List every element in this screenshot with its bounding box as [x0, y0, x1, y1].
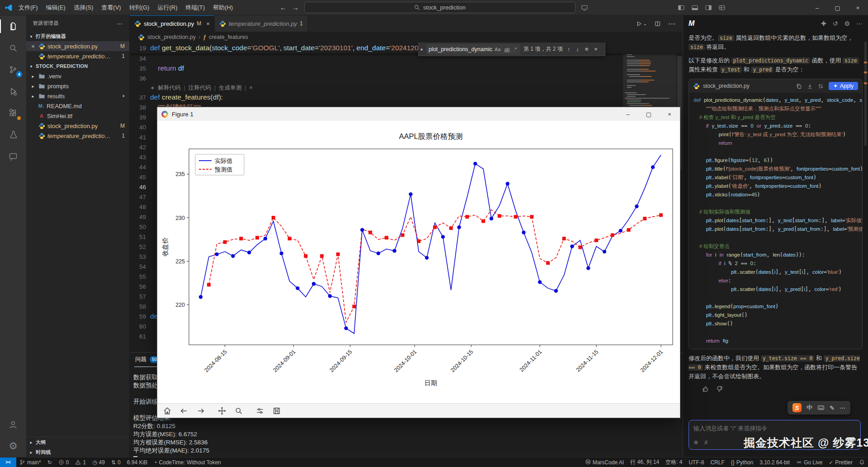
close-icon[interactable]: ×: [30, 43, 36, 50]
toggle-panel-icon[interactable]: [691, 4, 698, 11]
status-codetime[interactable]: ◔CodeTime: Without Token: [151, 457, 224, 467]
figure-minimize-icon[interactable]: –: [618, 107, 638, 121]
status-time-counter[interactable]: ◷49: [89, 457, 108, 467]
apply-button[interactable]: ✦Apply: [829, 82, 858, 90]
whole-word-icon[interactable]: ab: [503, 47, 511, 52]
pan-icon[interactable]: [217, 406, 226, 415]
pen-icon[interactable]: ✎: [830, 405, 835, 411]
close-icon[interactable]: ×: [206, 20, 210, 27]
status-warnings[interactable]: 1: [72, 457, 89, 467]
sidebar-item-run-debug[interactable]: [0, 81, 26, 102]
status-go-live[interactable]: Go Live: [793, 457, 826, 467]
account-button[interactable]: [0, 414, 26, 435]
status-ports[interactable]: ⇅0: [108, 457, 124, 467]
menu-编辑[interactable]: 编辑(E): [42, 0, 70, 15]
command-center-search[interactable]: stock_prediction: [304, 2, 576, 13]
open-editors-header[interactable]: ▾ 打开的编辑器: [26, 31, 129, 41]
run-button[interactable]: ⌄: [636, 20, 647, 27]
tree-item-SimHei.ttf[interactable]: ASimHei.ttf: [26, 111, 129, 121]
sogou-logo[interactable]: S: [793, 403, 802, 412]
close-icon[interactable]: ×: [848, 0, 868, 15]
tab-temperature_prediction.py[interactable]: temperature_prediction.py1: [215, 15, 308, 32]
toggle-replace-icon[interactable]: ▸: [421, 47, 423, 52]
editor-more-icon[interactable]: ⋯: [668, 19, 675, 28]
status-remote-indicator[interactable]: ><: [0, 457, 16, 467]
chart[interactable]: AAPL股票价格预测2202252302352024-08-152024-09-…: [157, 121, 680, 403]
skill-icon[interactable]: ※: [693, 439, 698, 446]
find-in-selection-icon[interactable]: ≡: [584, 46, 590, 52]
status-language-mode[interactable]: {}Python: [728, 457, 756, 467]
sidebar-item-marscode[interactable]: [0, 146, 26, 167]
code-line[interactable]: 35 return df: [130, 63, 683, 73]
figure-titlebar[interactable]: Figure 1 – ▢ ×: [157, 107, 680, 121]
tree-item-.venv[interactable]: ▸.venv: [26, 71, 129, 81]
subplots-icon[interactable]: [255, 406, 264, 415]
menu-查看[interactable]: 查看(V): [97, 0, 125, 15]
codelens-link[interactable]: 解释代码: [158, 84, 180, 92]
sidebar-item-search[interactable]: [0, 37, 26, 59]
sidebar-section-大纲[interactable]: ▸大纲: [26, 437, 129, 447]
copy-icon[interactable]: [796, 83, 802, 89]
toggle-sidebar-icon[interactable]: [678, 4, 685, 11]
keyboard-icon[interactable]: [817, 404, 825, 411]
breadcrumb-symbol[interactable]: create_features: [209, 34, 248, 40]
split-editor-icon[interactable]: [654, 20, 661, 27]
status-encoding[interactable]: UTF-8: [685, 457, 707, 467]
breadcrumb-file[interactable]: stock_prediction.py: [147, 34, 196, 40]
find-close-icon[interactable]: ×: [593, 46, 599, 52]
save-icon[interactable]: [272, 406, 281, 415]
find-next-icon[interactable]: ↓: [575, 46, 580, 52]
status-marscode-ai[interactable]: ⓂMarsCode AI: [582, 457, 627, 467]
back-icon[interactable]: [179, 406, 189, 415]
thumbs-up-icon[interactable]: [702, 386, 709, 392]
history-back-icon[interactable]: ←: [280, 4, 287, 11]
workspace-root-header[interactable]: ▾ STOCK_PREDICTION: [26, 61, 129, 71]
settings-gear-icon[interactable]: ⚙: [844, 20, 850, 27]
status-cursor-position[interactable]: 行 46, 列 14: [627, 457, 662, 467]
tree-item-temperature_prediction.py[interactable]: temperature_prediction.py1: [26, 131, 129, 141]
menu-帮助[interactable]: 帮助(H): [209, 0, 237, 15]
figure-canvas[interactable]: AAPL股票价格预测2202252302352024-08-152024-09-…: [157, 121, 680, 403]
figure-close-icon[interactable]: ×: [659, 107, 680, 121]
customize-layout-icon[interactable]: [718, 4, 726, 11]
codelens-link[interactable]: 生成单测: [219, 84, 241, 92]
find-input[interactable]: plot_predictions_dynamic Aa ab .*: [426, 44, 520, 55]
maximize-icon[interactable]: ▢: [827, 0, 848, 15]
sidebar-section-时间线[interactable]: ▸时间线: [26, 447, 129, 457]
sidebar-item-testing[interactable]: [0, 124, 26, 146]
tab-stock_prediction.py[interactable]: stock_prediction.pyM×: [130, 15, 215, 32]
menu-选择[interactable]: 选择(S): [70, 0, 97, 15]
code-line[interactable]: 37def create_features(df):: [130, 92, 683, 102]
insert-icon[interactable]: [807, 83, 813, 89]
match-case-icon[interactable]: Aa: [493, 47, 502, 52]
minimize-icon[interactable]: –: [807, 0, 827, 15]
history-icon[interactable]: ↺: [833, 20, 838, 27]
new-chat-icon[interactable]: ✚: [821, 20, 826, 27]
menu-文件[interactable]: 文件(F): [14, 0, 42, 15]
sidebar-item-explorer[interactable]: [0, 15, 26, 37]
status-network-usage[interactable]: 6.94 KiB: [124, 457, 151, 467]
more-actions-icon[interactable]: ⋯: [117, 20, 123, 27]
panel-tab-problems[interactable]: 问题 50: [134, 353, 160, 367]
settings-button[interactable]: ⚙: [0, 435, 26, 457]
sidebar-item-source-control[interactable]: 4: [0, 59, 26, 81]
menu-终端[interactable]: 终端(T): [181, 0, 209, 15]
status-notifications[interactable]: [856, 457, 868, 467]
status-eol[interactable]: CRLF: [707, 457, 727, 467]
ime-more-icon[interactable]: ⋯: [840, 405, 845, 411]
breadcrumb[interactable]: stock_prediction.py › ƒ create_features: [130, 32, 683, 43]
figure-maximize-icon[interactable]: ▢: [638, 107, 659, 121]
home-icon[interactable]: [163, 406, 172, 415]
forward-icon[interactable]: [196, 406, 205, 415]
thumbs-down-icon[interactable]: [716, 386, 723, 392]
code-line[interactable]: 36: [130, 73, 683, 83]
tree-item-results[interactable]: ▸results●: [26, 91, 129, 101]
open-editor-item[interactable]: ×stock_prediction.pyM: [26, 41, 129, 51]
status-git-branch[interactable]: main*: [16, 457, 44, 467]
history-forward-icon[interactable]: →: [292, 4, 299, 11]
remote-window-icon[interactable]: [581, 4, 588, 11]
toggle-secondary-sidebar-icon[interactable]: [705, 4, 712, 11]
tree-item-prompts[interactable]: ▸prompts: [26, 81, 129, 91]
tree-item-stock_prediction.py[interactable]: stock_prediction.pyM: [26, 121, 129, 131]
codelens-link[interactable]: 注释代码: [189, 84, 211, 92]
